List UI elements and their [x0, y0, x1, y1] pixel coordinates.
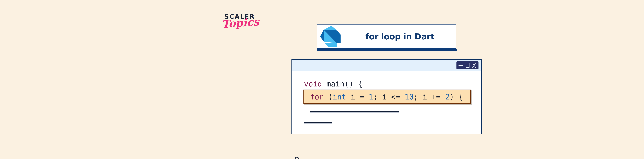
- page: SCALER Topics for loop in Dart: [0, 0, 644, 159]
- title-banner-underline: [317, 49, 457, 51]
- dart-logo-icon: [320, 26, 341, 47]
- title-banner: for loop in Dart: [317, 24, 456, 49]
- window-controls: [456, 61, 478, 69]
- code-line-for-loop: for (int i = 1; i <= 10; i += 2) {: [304, 92, 463, 101]
- title-logo-cell: [317, 25, 344, 48]
- brand-wordmark: Topics: [222, 16, 260, 30]
- title-label-cell: for loop in Dart: [344, 25, 456, 48]
- highlighted-code-box: for (int i = 1; i <= 10; i += 2) {: [304, 90, 471, 104]
- redacted-code-line: [304, 122, 332, 123]
- curly-stroke-tip-decoration: [294, 156, 301, 159]
- window-titlebar: [292, 60, 481, 72]
- minimize-icon[interactable]: [458, 62, 464, 68]
- redacted-code-line: [310, 111, 399, 112]
- close-icon[interactable]: [472, 62, 477, 68]
- page-title: for loop in Dart: [366, 32, 434, 41]
- code-line-main: void main() {: [304, 80, 362, 88]
- code-window: void main() { for (int i = 1; i <= 10; i…: [292, 59, 482, 134]
- maximize-icon[interactable]: [465, 62, 470, 68]
